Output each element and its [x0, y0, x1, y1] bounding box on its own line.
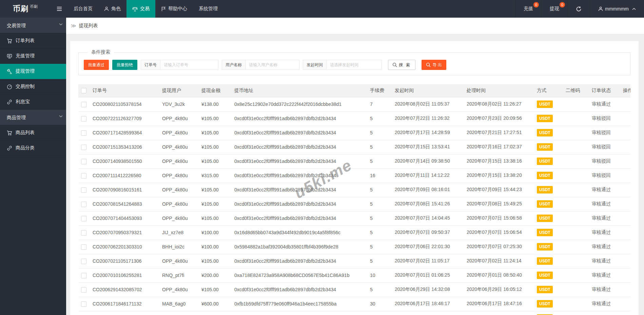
sidebar-item-product-list[interactable]: 商品列表	[0, 125, 66, 141]
cell-fee: 16	[367, 168, 392, 183]
cell-qrcode	[563, 111, 589, 126]
row-checkbox[interactable]	[81, 102, 86, 107]
cell-start-time: 2020年07月15日 13:53:41	[392, 140, 464, 154]
table-row: CO2007151353413206 OPP_4k80u ¥105.00 0xc…	[78, 140, 630, 154]
cell-process-time: 2020年07月23日 20:09:56	[464, 111, 534, 126]
cell-qrcode	[563, 240, 589, 254]
nav-item-trade[interactable]: 交易	[126, 0, 155, 18]
row-checkbox[interactable]	[81, 244, 86, 250]
cell-withdraw-amount: ¥200.00	[199, 268, 232, 282]
cell-qrcode	[563, 140, 589, 154]
cell-method: USDT	[534, 225, 563, 240]
cell-process-time: 2020年07月08日 15:49:25	[464, 197, 534, 211]
nav-item-home[interactable]: 后台首页	[68, 0, 98, 18]
withdraw-button[interactable]: 提现 0	[541, 0, 567, 18]
cell-method: USDT	[534, 126, 563, 140]
start-time-input[interactable]	[326, 60, 382, 70]
sidebar-toggle-button[interactable]	[51, 0, 68, 18]
cell-order-no: CO2007071404453093	[90, 211, 159, 225]
row-checkbox[interactable]	[81, 287, 86, 293]
sidebar-item-recharge-management[interactable]: 充值管理	[0, 49, 66, 64]
sidebar-item-interest-treasure[interactable]: 利息宝	[0, 94, 66, 110]
cell-process-time: 2020年07月09日 15:44:23	[464, 183, 534, 197]
col-start-time: 发起时间	[392, 84, 464, 97]
user-name-input-group: 用户名称	[222, 60, 299, 70]
row-checkbox[interactable]	[81, 116, 86, 122]
user-menu[interactable]: mmmmmm	[590, 0, 644, 18]
batch-reject-button[interactable]: 批量拒绝	[112, 60, 137, 70]
cell-order-status: 审核通过	[589, 297, 620, 311]
cell-withdraw-address: 0xcd0f31e0cc2f0fff991adb6b2897dbfb2d2b34…	[232, 140, 367, 154]
method-badge: USDT	[537, 129, 553, 136]
col-method: 方式	[534, 84, 563, 97]
recharge-button[interactable]: 充值 0	[515, 0, 541, 18]
cell-order-status: 审核通过	[589, 254, 620, 268]
sidebar-item-trade-control[interactable]: 交易控制	[0, 79, 66, 94]
nav-item-system[interactable]: 系统管理	[193, 0, 223, 18]
row-checkbox[interactable]	[81, 159, 86, 164]
row-checkbox[interactable]	[81, 202, 86, 207]
order-no-label: 订单号	[141, 60, 160, 70]
cell-withdraw-amount: ¥105.00	[199, 282, 232, 297]
cell-qrcode	[563, 254, 589, 268]
cell-fee: 5	[367, 183, 392, 197]
sidebar-group-trade-management[interactable]: 交易管理	[0, 18, 66, 33]
start-time-label: 发起时间	[303, 60, 326, 70]
row-checkbox[interactable]	[81, 273, 86, 278]
cell-withdraw-user: OPP_4k80u	[159, 254, 199, 268]
cell-method: USDT	[534, 97, 563, 111]
nav-item-help-center[interactable]: 帮助中心	[155, 0, 193, 18]
sidebar-group-product-management[interactable]: 商品管理	[0, 110, 66, 125]
method-badge: USDT	[537, 143, 553, 151]
order-no-input[interactable]	[160, 60, 218, 70]
sidebar-item-order-list[interactable]: 订单列表	[0, 33, 66, 49]
sidebar-item-product-category[interactable]: 商品分类	[0, 141, 66, 156]
cell-qrcode	[563, 168, 589, 183]
table-row: CO2006171846171132 MAB_6ag0 ¥600.00 0xfb…	[78, 297, 630, 311]
cell-fee: 5	[367, 225, 392, 240]
search-button[interactable]: 搜 索	[388, 60, 415, 70]
cell-start-time: 2020年07月11日 14:12:22	[392, 168, 464, 183]
chevron-down-icon	[59, 115, 63, 117]
cell-withdraw-user: RNQ_pt7fi	[159, 268, 199, 282]
cell-qrcode	[563, 183, 589, 197]
cell-method: USDT	[534, 297, 563, 311]
batch-approve-button[interactable]: 批量通过	[84, 60, 109, 70]
col-order-status: 订单状态	[589, 84, 620, 97]
row-checkbox[interactable]	[81, 130, 86, 136]
row-checkbox[interactable]	[81, 301, 86, 307]
nav-item-role[interactable]: 角色	[98, 0, 126, 18]
table-row: CO2007090816015161 OPP_4k80u ¥105.00 0xc…	[78, 183, 630, 197]
export-button[interactable]: 导 出	[422, 60, 446, 70]
cell-process-time: 2020年06月29日 16:05:12	[464, 282, 534, 297]
row-checkbox[interactable]	[81, 259, 86, 264]
cell-fee: 30	[367, 297, 392, 311]
row-checkbox[interactable]	[81, 173, 86, 179]
cell-process-time: 2020年06月17日 18:47:16	[464, 297, 534, 311]
table-row: CO2007021105171306 OPP_4k80u ¥105.00 0xc…	[78, 254, 630, 268]
row-checkbox[interactable]	[81, 145, 86, 150]
cell-method: USDT	[534, 254, 563, 268]
row-checkbox[interactable]	[81, 216, 86, 221]
sidebar-item-withdraw-management[interactable]: 提现管理	[0, 64, 66, 79]
user-icon	[598, 6, 603, 11]
user-name-input[interactable]	[245, 60, 299, 70]
double-chevron-icon: ≫	[71, 23, 76, 29]
method-badge: USDT	[537, 243, 553, 251]
cell-qrcode	[563, 225, 589, 240]
cart-icon	[7, 130, 12, 135]
row-checkbox[interactable]	[81, 187, 86, 193]
row-checkbox[interactable]	[81, 230, 86, 236]
cell-qrcode	[563, 126, 589, 140]
cell-process-time: 2020年08月02日 11:26:27	[464, 97, 534, 111]
cell-order-status: 审核通过	[589, 225, 620, 240]
user-name-label: 用户名称	[222, 60, 245, 70]
cell-process-time: 2020年07月02日 11:24:14	[464, 254, 534, 268]
logo-sup-text: 币刷	[30, 4, 38, 9]
refresh-button[interactable]	[567, 0, 590, 18]
cell-order-no: CO2007010106255281	[90, 268, 159, 282]
cell-fee: 10	[367, 268, 392, 282]
table-row: CO2007010106255281 RNQ_pt7fi ¥200.00 0xa…	[78, 268, 630, 282]
select-all-checkbox[interactable]	[81, 88, 86, 93]
method-badge: USDT	[537, 186, 553, 193]
